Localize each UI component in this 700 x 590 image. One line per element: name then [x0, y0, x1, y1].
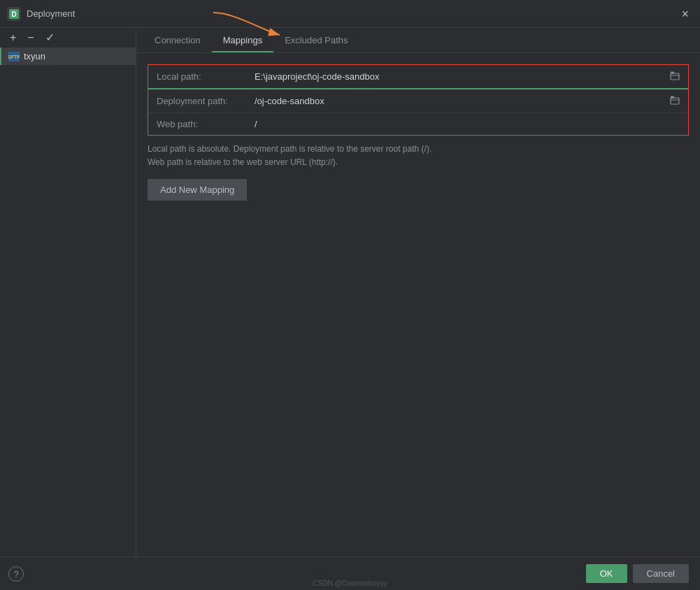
tab-mappings[interactable]: Mappings	[212, 29, 273, 52]
svg-rect-6	[671, 72, 674, 74]
tab-excluded-paths[interactable]: Excluded Paths	[273, 29, 359, 52]
svg-rect-5	[671, 73, 679, 80]
close-button[interactable]: ×	[677, 6, 693, 22]
info-line-2: Web path is relative to the web server U…	[148, 156, 689, 169]
svg-text:D: D	[11, 10, 16, 18]
help-button[interactable]: ?	[8, 566, 24, 582]
remove-server-button[interactable]: −	[23, 31, 38, 45]
deployment-path-browse-icon[interactable]	[670, 95, 680, 107]
title-bar-text: Deployment	[27, 8, 75, 19]
svg-rect-8	[671, 96, 674, 99]
web-path-row: Web path: /	[148, 113, 688, 135]
deployment-path-row: Deployment path: /oj-code-sandbox	[148, 89, 688, 113]
add-new-mapping-button[interactable]: Add New Mapping	[148, 179, 247, 201]
local-path-label: Local path:	[157, 71, 255, 82]
tabs-bar: Connection Mappings Excluded Paths	[136, 28, 700, 53]
sidebar-toolbar: + − ✓	[0, 28, 136, 48]
web-path-label: Web path:	[157, 119, 255, 129]
deployment-path-label: Deployment path:	[157, 96, 255, 106]
cancel-button[interactable]: Cancel	[633, 564, 689, 583]
confirm-button[interactable]: ✓	[41, 31, 59, 45]
sidebar: + − ✓ SFTP txyun	[0, 28, 136, 590]
info-line-1: Local path is absolute. Deployment path …	[148, 143, 689, 156]
tab-connection[interactable]: Connection	[143, 29, 212, 52]
content-area: Connection Mappings Excluded Paths Local…	[136, 28, 700, 590]
add-server-button[interactable]: +	[6, 31, 20, 45]
info-text: Local path is absolute. Deployment path …	[148, 143, 689, 169]
title-bar: D Deployment ×	[0, 0, 700, 28]
main-layout: + − ✓ SFTP txyun Connection Mappings Exc…	[0, 28, 700, 590]
app-icon: D	[7, 7, 21, 21]
svg-text:SFTP: SFTP	[8, 55, 20, 59]
sidebar-item-txyun[interactable]: SFTP txyun	[0, 48, 136, 65]
deployment-path-value: /oj-code-sandbox	[255, 96, 664, 106]
ok-button[interactable]: OK	[586, 564, 627, 583]
web-path-value: /	[255, 119, 680, 129]
svg-rect-7	[671, 98, 679, 104]
sftp-icon: SFTP	[8, 52, 20, 62]
server-label: txyun	[24, 51, 45, 62]
bottom-bar: OK Cancel	[0, 556, 700, 590]
local-path-row: Local path: E:\javaproject\oj-code-sandb…	[148, 65, 688, 89]
mappings-tab-content: Local path: E:\javaproject\oj-code-sandb…	[136, 53, 700, 590]
local-path-value: E:\javaproject\oj-code-sandbox	[255, 71, 664, 82]
mapping-entry: Local path: E:\javaproject\oj-code-sandb…	[148, 64, 689, 136]
local-path-browse-icon[interactable]	[670, 71, 680, 82]
